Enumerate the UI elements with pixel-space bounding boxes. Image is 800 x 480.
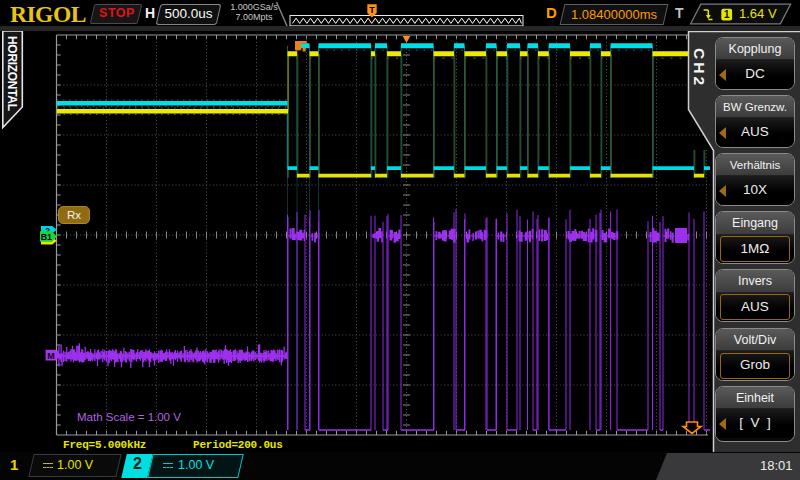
- svg-text:T: T: [369, 5, 375, 15]
- svg-text:CH2: CH2: [691, 48, 708, 88]
- svg-text:1: 1: [724, 8, 730, 20]
- svg-text:M: M: [47, 351, 55, 361]
- svg-text:HORIZONTAL: HORIZONTAL: [5, 36, 19, 111]
- svg-text:Rx: Rx: [67, 209, 81, 221]
- svg-text:B1: B1: [41, 232, 52, 242]
